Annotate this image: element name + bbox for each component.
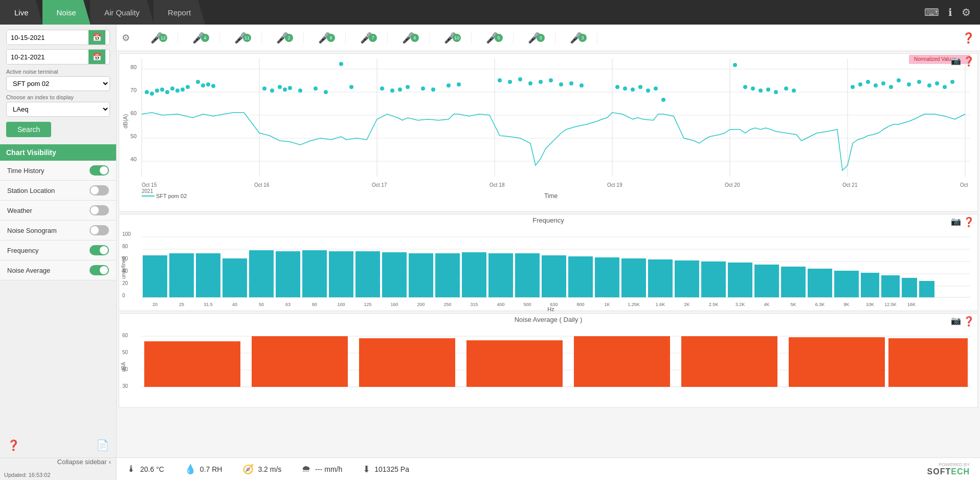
svg-rect-122: [355, 251, 380, 297]
wind-value: 3.2 m/s: [258, 465, 281, 473]
svg-text:1.25K: 1.25K: [628, 302, 640, 307]
sidebar-help-icon[interactable]: ❓: [7, 439, 20, 451]
svg-point-88: [889, 85, 893, 89]
settings-icon[interactable]: ⚙: [962, 6, 971, 18]
station-badge-11: 3: [578, 34, 587, 42]
station-item-1[interactable]: 🎤 12: [136, 32, 178, 44]
station-badge-4: 2: [285, 34, 293, 42]
pdf-export-icon[interactable]: 📄: [96, 439, 109, 451]
noise-average-help-icon[interactable]: ❓: [963, 316, 974, 327]
humidity-status: 💧 0.7 RH: [185, 464, 222, 475]
collapse-sidebar-button[interactable]: Collapse sidebar ‹: [57, 458, 111, 466]
svg-text:20: 20: [152, 302, 158, 307]
noise-average-title: Noise Average ( Daily ): [515, 316, 583, 323]
svg-point-78: [759, 89, 763, 93]
time-history-screenshot-icon[interactable]: 📷: [951, 56, 961, 66]
svg-text:400: 400: [497, 302, 504, 307]
index-select[interactable]: LAeq: [6, 102, 110, 117]
start-date-input[interactable]: [7, 31, 88, 45]
svg-point-65: [559, 82, 563, 86]
station-badge-8: 10: [453, 34, 461, 42]
frequency-screenshot-icon[interactable]: 📷: [951, 216, 961, 226]
tab-noise[interactable]: Noise: [42, 0, 91, 25]
tab-report[interactable]: Report: [153, 0, 205, 25]
search-button[interactable]: Search: [6, 122, 51, 137]
top-navigation: Live Noise Air Quality Report ⌨ ℹ ⚙: [0, 0, 980, 25]
terminal-select[interactable]: SFT pom 02: [6, 76, 110, 91]
svg-point-56: [431, 88, 435, 92]
svg-text:Oct 17: Oct 17: [372, 182, 387, 188]
svg-point-31: [160, 88, 164, 92]
station-settings-icon[interactable]: ⚙: [122, 32, 130, 43]
tab-airquality[interactable]: Air Quality: [90, 0, 154, 25]
info-icon[interactable]: ℹ: [948, 6, 952, 18]
svg-point-38: [201, 83, 205, 88]
svg-rect-136: [728, 263, 752, 297]
svg-point-79: [766, 88, 770, 92]
svg-text:12.5K: 12.5K: [884, 302, 897, 307]
station-item-6[interactable]: 🎤 7: [346, 32, 388, 44]
station-item-8[interactable]: 🎤 10: [430, 32, 472, 44]
svg-rect-128: [515, 253, 540, 297]
frequency-help-icon[interactable]: ❓: [963, 216, 974, 228]
toggle-frequency-switch[interactable]: [90, 245, 109, 255]
svg-text:SFT pom 02: SFT pom 02: [156, 193, 187, 199]
station-item-11[interactable]: 🎤 3: [555, 32, 597, 44]
station-help-icon[interactable]: ❓: [962, 32, 975, 44]
noise-average-screenshot-icon[interactable]: 📷: [951, 316, 961, 325]
svg-text:Oct 15: Oct 15: [142, 182, 157, 188]
svg-text:100: 100: [337, 302, 345, 307]
svg-text:25: 25: [179, 302, 184, 307]
station-item-4[interactable]: 🎤 2: [262, 32, 304, 44]
svg-text:1.6K: 1.6K: [656, 302, 665, 307]
toggle-noise-average: Noise Average: [0, 260, 116, 280]
toggle-noise-sonogram-switch[interactable]: [90, 225, 109, 235]
station-item-7[interactable]: 🎤 6: [388, 32, 430, 44]
svg-rect-131: [595, 257, 619, 297]
noise-average-svg: 60 50 40 30 dBA: [119, 326, 977, 408]
station-item-9[interactable]: 🎤 5: [472, 32, 514, 44]
station-item-2[interactable]: 🎤 4: [178, 32, 220, 44]
temperature-status: 🌡 20.6 °C: [127, 464, 164, 474]
end-date-input[interactable]: [7, 50, 88, 64]
svg-point-51: [380, 86, 384, 91]
svg-rect-121: [329, 251, 353, 297]
start-date-calendar-button[interactable]: 📅: [88, 30, 105, 45]
svg-point-91: [917, 80, 921, 84]
time-history-chart-panel: 📷 ❓ 80 70 60 50 40 dB(A): [119, 53, 978, 212]
svg-text:500: 500: [523, 302, 531, 307]
svg-point-61: [518, 77, 522, 81]
frequency-chart-title: Frequency: [532, 216, 564, 224]
svg-point-45: [288, 86, 292, 90]
station-badge-3: 11: [243, 34, 251, 42]
end-date-calendar-button[interactable]: 📅: [88, 50, 105, 64]
svg-text:8K: 8K: [843, 302, 849, 307]
svg-text:100: 100: [122, 231, 131, 237]
svg-text:1K: 1K: [604, 302, 610, 307]
sidebar: 📅 📅 Active noise terminal SFT pom 02 Cho…: [0, 25, 117, 480]
svg-rect-187: [359, 338, 455, 387]
svg-point-66: [569, 81, 573, 85]
toggle-time-history-switch[interactable]: [90, 165, 109, 176]
station-item-10[interactable]: 🎤 3: [514, 32, 555, 44]
toggle-station-location-switch[interactable]: [90, 185, 109, 195]
svg-text:16K: 16K: [907, 302, 916, 307]
station-item-3[interactable]: 🎤 11: [220, 32, 262, 44]
svg-text:dB(A): dB(A): [122, 114, 128, 128]
svg-text:40: 40: [232, 302, 237, 307]
svg-text:Oct: Oct: [960, 182, 968, 188]
toggle-station-location: Station Location: [0, 181, 116, 201]
svg-point-67: [580, 83, 584, 88]
station-item-5[interactable]: 🎤 8: [304, 32, 346, 44]
svg-point-90: [907, 82, 911, 86]
svg-point-49: [339, 62, 343, 66]
temperature-value: 20.6 °C: [140, 465, 164, 473]
keyboard-icon[interactable]: ⌨: [924, 6, 939, 18]
rain-value: --- mm/h: [315, 465, 342, 473]
time-history-help-icon[interactable]: ❓: [963, 56, 974, 67]
tab-live[interactable]: Live: [0, 0, 43, 25]
toggle-noise-average-switch[interactable]: [90, 265, 109, 275]
svg-rect-185: [144, 341, 240, 387]
svg-rect-143: [902, 278, 917, 297]
toggle-weather-switch[interactable]: [90, 205, 109, 215]
